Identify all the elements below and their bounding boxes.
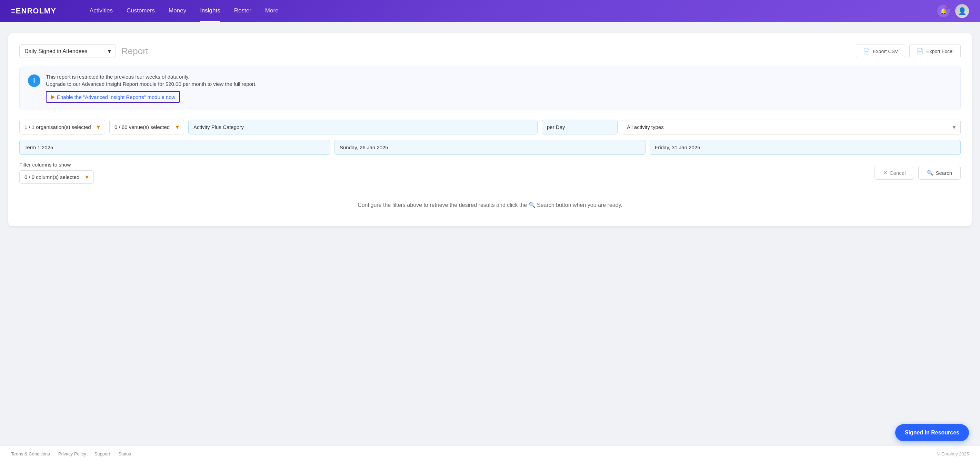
header: ≡ENROLMY Activities Customers Money Insi… — [0, 0, 980, 22]
info-box: i This report is restricted to the previ… — [19, 67, 961, 110]
enable-link-label: Enable the "Advanced Insight Reports" mo… — [57, 94, 175, 100]
header-actions: 🔔 👤 — [937, 4, 969, 18]
info-icon: i — [28, 75, 40, 87]
filter-columns-left: Filter columns to show 0 / 0 column(s) s… — [19, 162, 94, 184]
footer-privacy-link[interactable]: Privacy Policy — [58, 451, 86, 456]
cancel-label: Cancel — [890, 170, 906, 176]
notification-dot — [945, 6, 949, 9]
signed-in-resources-button[interactable]: Signed In Resources — [895, 424, 969, 441]
footer-status-link[interactable]: Status — [118, 451, 131, 456]
report-selector-wrapper: Daily Signed in Attendees ▼ — [19, 44, 116, 58]
info-message1: This report is restricted to the previou… — [46, 74, 952, 79]
main-content: Daily Signed in Attendees ▼ Report 📄 Exp… — [0, 22, 980, 445]
start-date-input[interactable] — [334, 140, 646, 155]
report-title: Report — [121, 46, 148, 57]
per-day-input[interactable] — [542, 120, 617, 135]
search-label: Search — [935, 170, 952, 176]
organisations-selector[interactable]: 1 / 1 organisation(s) selected — [19, 120, 105, 135]
action-buttons: ✕ Cancel 🔍 Search — [875, 166, 961, 179]
avatar-icon: 👤 — [958, 7, 967, 15]
enable-advanced-reports-link[interactable]: ▶ Enable the "Advanced Insight Reports" … — [46, 91, 180, 103]
configure-text-1: Configure the filters above to retrieve … — [358, 202, 527, 208]
columns-selector-wrap: 0 / 0 column(s) selected ▼ — [19, 170, 94, 184]
activity-types-selector-wrap: All activity types ▼ — [622, 120, 961, 135]
configure-text-2: Search button when you are ready. — [537, 202, 622, 208]
logo: ≡ENROLMY — [11, 6, 56, 16]
search-button[interactable]: 🔍 Search — [918, 166, 961, 179]
filters-row-1: 1 / 1 organisation(s) selected ▼ 0 / 60 … — [19, 120, 961, 135]
bell-icon: 🔔 — [940, 8, 947, 14]
cancel-button[interactable]: ✕ Cancel — [875, 166, 915, 179]
export-csv-button[interactable]: 📄 Export CSV — [856, 44, 905, 58]
report-card: Daily Signed in Attendees ▼ Report 📄 Exp… — [8, 33, 972, 226]
nav-insights[interactable]: Insights — [200, 0, 220, 22]
search-icon: 🔍 — [927, 170, 934, 176]
logo-divider — [73, 6, 73, 16]
columns-selector[interactable]: 0 / 0 column(s) selected — [19, 170, 94, 184]
export-excel-label: Export Excel — [926, 49, 953, 54]
export-buttons: 📄 Export CSV 📄 Export Excel — [856, 44, 961, 58]
search-icon-inline: 🔍 — [529, 202, 537, 208]
excel-file-icon: 📄 — [916, 48, 923, 54]
nav-activities[interactable]: Activities — [90, 0, 113, 22]
venues-selector-wrap: 0 / 60 venue(s) selected ▼ — [109, 120, 184, 135]
footer-terms-link[interactable]: Terms & Conditions — [11, 451, 50, 456]
arrow-icon: ▶ — [51, 94, 55, 100]
filter-columns-row: Filter columns to show 0 / 0 column(s) s… — [19, 162, 961, 184]
footer: Terms & Conditions Privacy Policy Suppor… — [0, 445, 980, 462]
card-header: Daily Signed in Attendees ▼ Report 📄 Exp… — [19, 44, 961, 58]
term-input[interactable] — [19, 140, 330, 155]
avatar[interactable]: 👤 — [955, 4, 969, 18]
filter-columns-label: Filter columns to show — [19, 162, 94, 168]
activity-types-selector[interactable]: All activity types — [622, 120, 961, 135]
info-text: This report is restricted to the previou… — [46, 74, 952, 103]
export-excel-button[interactable]: 📄 Export Excel — [909, 44, 961, 58]
info-message2: Upgrade to our Advanced Insight Report m… — [46, 81, 952, 87]
activity-category-input[interactable] — [188, 120, 538, 135]
main-nav: Activities Customers Money Insights Rost… — [90, 0, 923, 22]
nav-customers[interactable]: Customers — [127, 0, 155, 22]
cancel-x-icon: ✕ — [883, 170, 888, 176]
date-row — [19, 140, 961, 155]
report-selector[interactable]: Daily Signed in Attendees — [19, 44, 116, 58]
configure-message: Configure the filters above to retrieve … — [19, 195, 961, 215]
report-selector-wrap: Daily Signed in Attendees ▼ Report — [19, 44, 148, 58]
footer-links: Terms & Conditions Privacy Policy Suppor… — [11, 451, 131, 456]
notification-button[interactable]: 🔔 — [937, 5, 950, 17]
footer-support-link[interactable]: Support — [94, 451, 110, 456]
nav-money[interactable]: Money — [169, 0, 186, 22]
export-csv-label: Export CSV — [873, 49, 898, 54]
csv-file-icon: 📄 — [863, 48, 870, 54]
organisations-selector-wrap: 1 / 1 organisation(s) selected ▼ — [19, 120, 105, 135]
venues-selector[interactable]: 0 / 60 venue(s) selected — [109, 120, 184, 135]
footer-copyright: © Enrolmy 2025 — [937, 451, 969, 456]
nav-roster[interactable]: Roster — [234, 0, 251, 22]
end-date-input[interactable] — [650, 140, 961, 155]
nav-more[interactable]: More — [265, 0, 278, 22]
